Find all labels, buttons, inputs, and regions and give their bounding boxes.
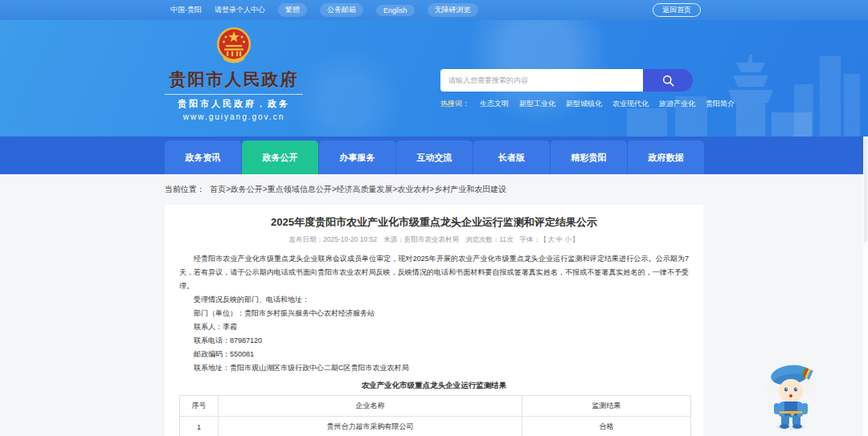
hot-search-link[interactable]: 农业现代化 bbox=[612, 99, 649, 109]
article-meta: 发布日期：2025-10-20 10:52 来源：贵阳市农业农村局 浏览次数：1… bbox=[179, 235, 689, 245]
font-size-control: 字体：【大中小】 bbox=[519, 235, 579, 245]
topbar-link[interactable]: 繁體 bbox=[278, 3, 307, 17]
article-body: 经贵阳市农业产业化市级重点龙头企业联席会议成员单位审定，现对2025年开展的农业… bbox=[179, 252, 689, 375]
page: 中国·贵阳请登录个人中心繁體公务邮箱English无障碍浏览 返回首页 bbox=[0, 0, 868, 436]
nav-tab[interactable]: 互动交流 bbox=[396, 141, 473, 174]
hot-search-link[interactable]: 新型城镇化 bbox=[566, 99, 602, 109]
view-count: 浏览次数：11次 bbox=[465, 235, 514, 245]
article-title: 2025年度贵阳市农业产业化市级重点龙头企业运行监测和评定结果公示 bbox=[179, 215, 689, 230]
font-size-option[interactable]: 大 bbox=[547, 235, 555, 243]
nav-tab[interactable]: 精彩贵阳 bbox=[551, 141, 627, 174]
article-paragraph: 联系人：李霞 bbox=[179, 320, 689, 334]
font-size-option[interactable]: 中 bbox=[556, 235, 563, 243]
breadcrumb-label: 当前位置： bbox=[165, 184, 205, 195]
back-home-button[interactable]: 返回首页 bbox=[653, 3, 701, 17]
table-row: 1 贵州合力超市采购有限公司 合格 bbox=[180, 417, 691, 436]
font-size-close: 】 bbox=[572, 235, 579, 243]
font-size-options: 大中小 bbox=[547, 235, 572, 243]
topbar-link[interactable]: 公务邮箱 bbox=[320, 3, 363, 17]
font-size-open: 字体：【 bbox=[519, 235, 547, 243]
table-caption: 农业产业化市级重点龙头企业运行监测结果 bbox=[179, 381, 689, 391]
top-utility-bar: 中国·贵阳请登录个人中心繁體公务邮箱English无障碍浏览 返回首页 bbox=[0, 0, 868, 20]
hot-search-label: 热搜词： bbox=[440, 99, 469, 109]
article-paragraph: 联系电话：87987120 bbox=[179, 334, 689, 348]
search-icon bbox=[662, 75, 674, 87]
scrollbar-thumb[interactable] bbox=[864, 138, 867, 242]
site-subtitle: 贵阳市人民政府．政务 bbox=[165, 94, 303, 110]
article-paragraph: 经贵阳市农业产业化市级重点龙头企业联席会议成员单位审定，现对2025年开展的农业… bbox=[179, 252, 689, 293]
breadcrumb-path[interactable]: 首页>政务公开>重点领域信息公开>经济高质量发展>农业农村>乡村产业和农田建设 bbox=[210, 184, 506, 195]
nav-tab[interactable]: 政府数据 bbox=[628, 141, 704, 174]
table-header-row: 序号 企业名称 监测结果 bbox=[180, 396, 691, 417]
nav-tabs: 政务资讯政务公开办事服务互动交流长者版精彩贵阳政府数据 bbox=[165, 137, 868, 174]
hot-search-link[interactable]: 生态文明 bbox=[480, 99, 509, 109]
site-logo[interactable]: 贵阳市人民政府 贵阳市人民政府．政务 www.guiyang.gov.cn bbox=[165, 25, 303, 121]
site-title: 贵阳市人民政府 bbox=[165, 68, 303, 91]
article-paragraph: 受理情况反映的部门、电话和地址： bbox=[179, 293, 689, 307]
search-input[interactable] bbox=[440, 69, 643, 92]
search-area: 热搜词： 生态文明新型工业化新型城镇化农业现代化旅游产业化贵阳简介 bbox=[440, 69, 735, 109]
header-company: 企业名称 bbox=[219, 396, 522, 417]
nav-tab[interactable]: 政务资讯 bbox=[165, 141, 241, 174]
cell-company: 贵州合力超市采购有限公司 bbox=[219, 417, 522, 436]
nav-tab[interactable]: 政务公开 bbox=[242, 141, 318, 174]
topbar-link[interactable]: 无障碍浏览 bbox=[428, 3, 478, 17]
nav-tab[interactable]: 长者版 bbox=[473, 141, 550, 174]
main-nav: 政务资讯政务公开办事服务互动交流长者版精彩贵阳政府数据 bbox=[0, 137, 868, 174]
header-result: 监测结果 bbox=[522, 396, 691, 417]
hot-search-link[interactable]: 旅游产业化 bbox=[659, 99, 695, 109]
hot-search-link[interactable]: 新型工业化 bbox=[519, 99, 555, 109]
article-paragraph: 部门（单位）：贵阳市乡村振兴服务中心农村经济服务站 bbox=[179, 307, 689, 320]
topbar-link[interactable]: 中国·贵阳 bbox=[170, 5, 202, 15]
site-header: 贵阳市人民政府 贵阳市人民政府．政务 www.guiyang.gov.cn 热搜… bbox=[0, 20, 868, 137]
article-paragraph: 邮政编码：550081 bbox=[179, 348, 689, 361]
nav-tab[interactable]: 办事服务 bbox=[319, 141, 395, 174]
topbar-links: 中国·贵阳请登录个人中心繁體公务邮箱English无障碍浏览 bbox=[170, 3, 478, 17]
topbar-link[interactable]: English bbox=[376, 5, 415, 16]
site-url: www.guiyang.gov.cn bbox=[165, 112, 303, 121]
hot-search-links: 生态文明新型工业化新型城镇化农业现代化旅游产业化贵阳简介 bbox=[480, 99, 735, 109]
cell-result: 合格 bbox=[522, 417, 691, 436]
topbar-link[interactable]: 请登录个人中心 bbox=[215, 5, 265, 15]
article-paragraph: 联系地址：贵阳市观山湖区市级行政中心二期C区贵阳市农业农村局 bbox=[179, 361, 689, 375]
national-emblem-icon bbox=[216, 25, 252, 67]
publish-date: 发布日期：2025-10-20 10:52 bbox=[289, 235, 378, 245]
hot-search-link[interactable]: 贵阳简介 bbox=[706, 99, 735, 109]
breadcrumb: 当前位置： 首页>政务公开>重点领域信息公开>经济高质量发展>农业农村>乡村产业… bbox=[0, 174, 868, 205]
cell-no: 1 bbox=[180, 417, 219, 436]
article-card: 2025年度贵阳市农业产业化市级重点龙头企业运行监测和评定结果公示 发布日期：2… bbox=[165, 205, 703, 436]
header-no: 序号 bbox=[180, 396, 219, 417]
search-button[interactable] bbox=[643, 69, 693, 92]
article-source: 来源：贵阳市农业农村局 bbox=[383, 235, 459, 245]
monitoring-result-table: 序号 企业名称 监测结果 1 贵州合力超市采购有限公司 合格 2 贵州友禾种业 bbox=[179, 395, 691, 436]
scrollbar[interactable] bbox=[863, 137, 868, 436]
hot-search-row: 热搜词： 生态文明新型工业化新型城镇化农业现代化旅游产业化贵阳简介 bbox=[440, 99, 735, 109]
font-size-option[interactable]: 小 bbox=[564, 235, 571, 243]
mascot-assistant[interactable] bbox=[760, 361, 821, 430]
